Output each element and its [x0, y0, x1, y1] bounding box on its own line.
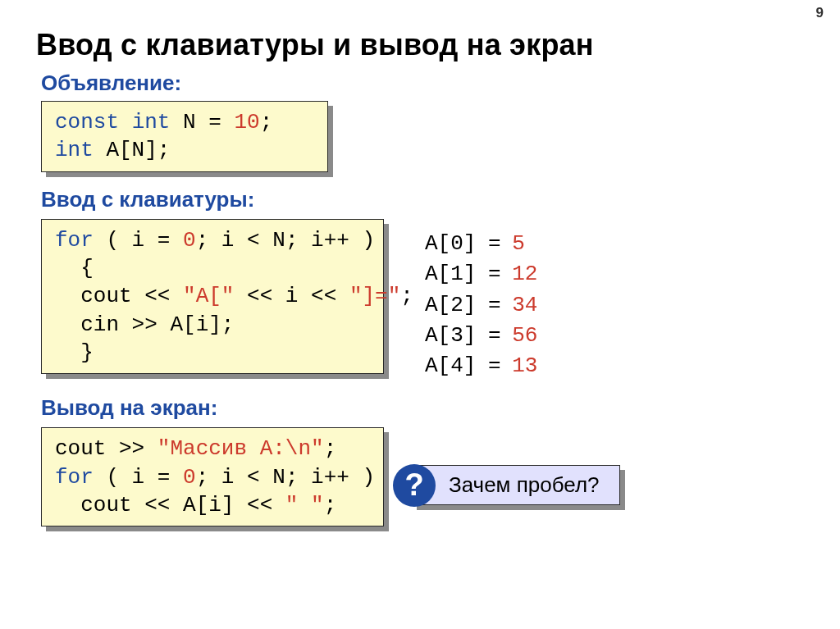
- sample-lhs: A[3]: [425, 323, 476, 348]
- literal: 0: [183, 465, 196, 490]
- code-text: =: [196, 110, 235, 134]
- question-text: Зачем пробел?: [449, 472, 600, 497]
- code-text: {: [55, 256, 94, 280]
- sample-output: A[0] = 5 A[1] = 12 A[2] = 34 A[3] = 56 A…: [425, 229, 537, 382]
- code-text: N; i++ ): [272, 465, 375, 490]
- code-text: A[N];: [94, 138, 171, 162]
- sample-value: 34: [512, 293, 537, 317]
- code-text: cin >> A[i];: [55, 312, 234, 337]
- code-text: =: [144, 228, 183, 253]
- literal: 10: [234, 110, 259, 134]
- sample-lhs: A[4]: [425, 353, 476, 378]
- literal: " ": [285, 493, 324, 517]
- keyword: for: [55, 465, 94, 490]
- sample-lhs: A[1]: [425, 262, 476, 286]
- code-text: <: [234, 228, 272, 253]
- code-text: cout >>: [55, 436, 158, 461]
- sample-lhs: A[0]: [425, 231, 476, 256]
- page-number: 9: [816, 5, 824, 21]
- sample-value: 12: [512, 262, 537, 286]
- keyword: int: [55, 138, 94, 162]
- code-text: ( i: [94, 465, 144, 490]
- keyword: for: [55, 228, 94, 253]
- sample-value: 56: [512, 323, 537, 348]
- code-text: ;: [324, 436, 337, 461]
- code-text: <: [234, 465, 272, 490]
- codebox-declaration: const int N = 10; int A[N];: [41, 101, 328, 172]
- literal: "]=": [349, 284, 400, 308]
- code-text: cout << A[i] <<: [55, 493, 285, 517]
- literal: 0: [183, 228, 196, 253]
- keyword: int: [132, 110, 171, 134]
- section-declaration-label: Объявление:: [41, 71, 804, 96]
- sample-value: 5: [512, 231, 525, 256]
- question-callout: ? Зачем пробел?: [412, 465, 620, 505]
- code-text: }: [55, 340, 94, 365]
- codebox-input-loop: for ( i = 0; i < N; i++ ) { cout << "A["…: [41, 219, 384, 375]
- code-text: N; i++ ): [272, 228, 375, 253]
- code-text: ; i: [196, 228, 235, 253]
- code-text: ( i: [94, 228, 144, 253]
- sample-lhs: A[2]: [425, 293, 476, 317]
- sample-value: 13: [512, 353, 537, 378]
- code-text: ; i: [196, 465, 235, 490]
- code-text: << i <<: [234, 284, 349, 308]
- literal: "Массив A:\n": [158, 436, 324, 461]
- code-text: ;: [324, 493, 337, 517]
- code-text: N: [170, 110, 195, 134]
- section-input-label: Ввод с клавиатуры:: [41, 187, 804, 212]
- code-text: cout <<: [55, 284, 183, 308]
- codebox-output-loop: cout >> "Массив A:\n"; for ( i = 0; i < …: [41, 427, 384, 526]
- keyword: const: [55, 110, 119, 134]
- slide-title: Ввод с клавиатуры и вывод на экран: [36, 28, 804, 62]
- literal: "A[": [183, 284, 234, 308]
- code-text: =: [144, 465, 183, 490]
- code-text: ;: [400, 284, 413, 308]
- section-output-label: Вывод на экран:: [41, 395, 804, 421]
- code-text: ;: [260, 110, 273, 134]
- question-mark-icon: ?: [393, 464, 436, 507]
